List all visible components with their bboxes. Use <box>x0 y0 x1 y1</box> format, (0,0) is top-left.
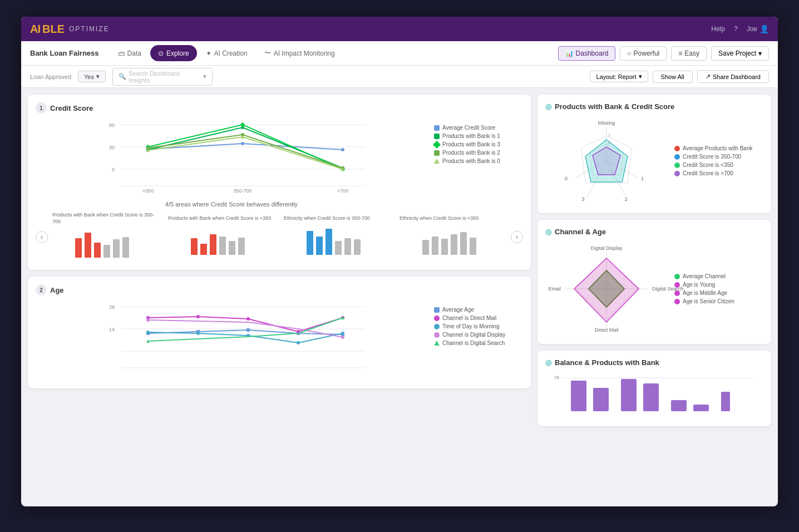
svg-rect-48 <box>470 238 476 255</box>
carousel-prev-button[interactable]: ‹ <box>36 231 48 243</box>
radar2-legend: Average Channel Age is Young Age is Midd… <box>674 273 734 304</box>
svg-text:>350: >350 <box>142 188 154 194</box>
radar2-legend-middle: Age is Middle Age <box>674 290 734 296</box>
search-box[interactable]: 🔍 Search Dashboard Insights ▾ <box>112 68 213 86</box>
svg-point-68 <box>297 341 300 344</box>
logo-ble-text: BLE <box>42 23 65 36</box>
radar1-legend: Average Products with Bank Credit Score … <box>674 145 752 176</box>
credit-score-title: 1 Credit Score <box>36 102 523 114</box>
radar2-senior-label: Age is Senior Citizen <box>683 298 734 304</box>
powerful-button[interactable]: ○ Powerful <box>620 46 667 61</box>
svg-point-11 <box>241 142 244 145</box>
nav-tabs: 🗃 Data ⊙ Explore ✦ AI Creation 〜 AI Impa… <box>110 45 556 61</box>
legend-color-bank0 <box>434 159 440 164</box>
radar2-legend-avg: Average Channel <box>674 273 734 279</box>
svg-text:30: 30 <box>109 145 115 150</box>
radar1-legend-avg: Average Products with Bank <box>674 145 752 151</box>
radar2-young-label: Age is Young <box>683 282 715 288</box>
radar1-legend-350-700: Credit Score is 350-700 <box>674 154 752 160</box>
legend-label-bank0: Products with Bank is 0 <box>442 158 500 164</box>
user-icon: 👤 <box>759 24 769 33</box>
legend-morning-color <box>434 324 440 329</box>
svg-point-62 <box>246 317 250 321</box>
svg-text:1: 1 <box>641 176 644 181</box>
svg-text:350-700: 350-700 <box>233 188 251 194</box>
easy-button[interactable]: ≡ Easy <box>671 46 707 61</box>
dashboard-button[interactable]: 📊 Dashboard <box>558 46 616 61</box>
svg-rect-40 <box>335 241 342 255</box>
svg-rect-43 <box>422 240 429 255</box>
small-chart-4-svg <box>400 224 506 258</box>
filter-chip-loan-approved[interactable]: Yes ▾ <box>78 71 106 82</box>
tab-explore[interactable]: ⊙ Explore <box>150 45 197 61</box>
save-project-button[interactable]: Save Project ▾ <box>711 46 769 61</box>
svg-rect-27 <box>94 243 101 258</box>
radar1-legend-lt350: Credit Score is <350 <box>674 162 752 168</box>
svg-rect-35 <box>229 241 235 255</box>
balance-title: ◎ Balance & Products with Bank <box>545 358 763 367</box>
save-label: Save Project <box>718 50 756 57</box>
radar1-label: Products with Bank & Credit Score <box>555 102 674 111</box>
legend-item-avg-credit: Average Credit Score <box>434 125 523 131</box>
tab-ai-impact[interactable]: 〜 AI Impact Monitoring <box>257 45 343 61</box>
small-chart-2-svg <box>168 224 275 258</box>
svg-text:2: 2 <box>624 196 627 202</box>
main-content: 1 Credit Score 60 <box>21 88 778 433</box>
app-logo: AIBLE OPTIMIZE <box>30 23 110 36</box>
legend-item-bank0: Products with Bank is 0 <box>434 158 523 164</box>
small-chart-3-title: Ethnicity when Credit Score is 350-700 <box>284 215 391 222</box>
small-chart-2: Products with Bank when Credit Score is … <box>164 215 279 259</box>
layout-select[interactable]: Layout: Report ▾ <box>590 71 648 82</box>
logo-optimize-text: OPTIMIZE <box>69 25 110 33</box>
credit-score-svg: 60 30 0 >350 350-700 >700 <box>36 119 427 197</box>
tab-ai-creation[interactable]: ✦ AI Creation <box>198 45 255 61</box>
filter-chevron-icon: ▾ <box>96 73 100 80</box>
balance-label: Balance & Products with Bank <box>555 358 659 367</box>
small-chart-3-svg <box>284 224 391 258</box>
svg-text:14: 14 <box>109 327 115 332</box>
radar2-container: Digital Display Digital Search Direct Ma… <box>545 242 763 336</box>
svg-point-65 <box>146 331 150 334</box>
small-chart-4: Ethnicity when Credit Score is <350 <box>395 215 511 259</box>
save-chevron-icon: ▾ <box>758 50 762 57</box>
help-link[interactable]: Help <box>711 25 725 33</box>
legend-color-bank1 <box>434 134 440 139</box>
show-all-button[interactable]: Show All <box>653 71 693 83</box>
legend-item-digital-display: Channel is Digital Display <box>434 332 523 338</box>
radar-card-1: ◎ Products with Bank & Credit Score <box>537 95 771 213</box>
age-chart-area: 28 14 <box>36 301 427 381</box>
svg-rect-45 <box>441 239 448 255</box>
svg-text:0: 0 <box>565 176 568 181</box>
radar1-icon: ◎ <box>545 102 551 111</box>
svg-rect-17 <box>240 122 245 127</box>
tab-data[interactable]: 🗃 Data <box>110 45 149 61</box>
svg-rect-39 <box>325 229 332 255</box>
small-chart-3: Ethnicity when Credit Score is 350-700 <box>279 215 395 259</box>
svg-text:>700: >700 <box>337 188 348 194</box>
legend-label-bank1: Products with Bank is 1 <box>442 133 500 139</box>
filter-value: Yes <box>84 73 94 80</box>
legend-digital-display-color <box>434 332 440 338</box>
radar1-gt700-label: Credit Score is >700 <box>683 170 733 176</box>
left-column: 1 Credit Score 60 <box>28 95 531 426</box>
carousel-next-button[interactable]: › <box>511 231 523 243</box>
balance-card: ◎ Balance & Products with Bank 28 <box>537 351 771 426</box>
user-menu[interactable]: Joe 👤 <box>747 24 769 33</box>
credit-score-chart-area: 60 30 0 >350 350-700 >700 <box>36 119 427 208</box>
svg-text:60: 60 <box>109 122 115 128</box>
radar2-senior-color <box>674 299 680 304</box>
radar1-lt350-label: Credit Score is <350 <box>683 162 733 168</box>
legend-label-bank2: Products with Bank is 2 <box>442 150 500 156</box>
radar1-container: Missing 1 2 3 0 0 1 Average Products wit… <box>545 116 763 205</box>
legend-digital-display-label: Channel is Digital Display <box>442 332 505 338</box>
search-chevron-icon: ▾ <box>203 73 206 80</box>
svg-point-12 <box>341 148 344 151</box>
svg-point-71 <box>341 336 344 339</box>
nav-right: Help ? Joe 👤 <box>711 24 769 33</box>
right-column: ◎ Products with Bank & Credit Score <box>537 95 771 426</box>
card-number-2: 2 <box>36 284 47 295</box>
radar2-middle-color <box>674 290 680 296</box>
svg-rect-109 <box>693 405 709 411</box>
share-dashboard-button[interactable]: ↗ Share Dashboard <box>697 70 769 83</box>
svg-rect-110 <box>721 392 730 411</box>
